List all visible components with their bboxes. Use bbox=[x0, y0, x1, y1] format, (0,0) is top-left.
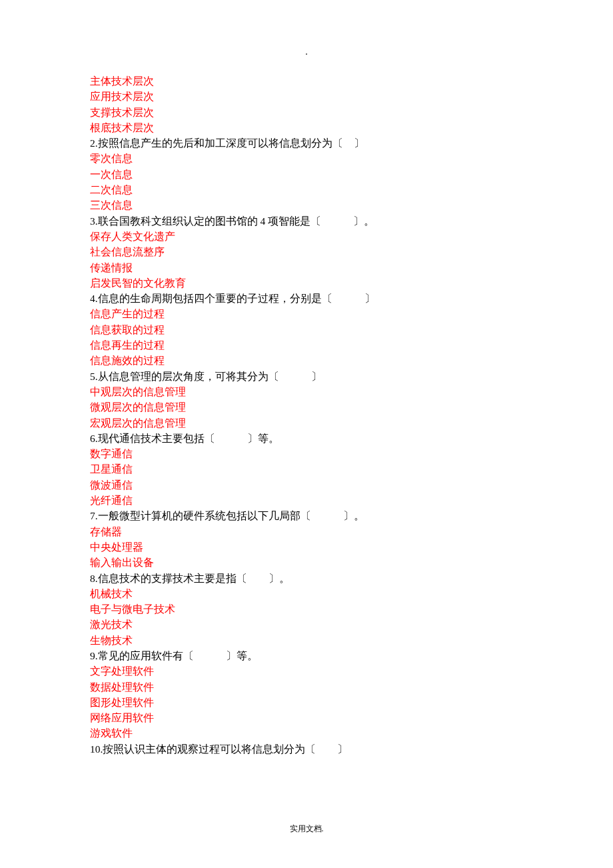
question-text: 4.信息的生命周期包括四个重要的子过程，分别是〔 〕 bbox=[90, 291, 523, 306]
answer-option: 生物技术 bbox=[90, 633, 523, 648]
question-text: 8.信息技术的支撑技术主要是指〔 〕。 bbox=[90, 571, 523, 586]
document-page: . 主体技术层次应用技术层次支撑技术层次根底技术层次2.按照信息产生的先后和加工… bbox=[0, 0, 613, 868]
answer-option: 微观层次的信息管理 bbox=[90, 399, 523, 415]
page-dot-marker: . bbox=[305, 47, 308, 57]
answer-option: 根底技术层次 bbox=[90, 120, 523, 135]
answer-option: 文字处理软件 bbox=[90, 663, 523, 679]
answer-option: 一次信息 bbox=[90, 167, 523, 182]
question-text: 7.一般微型计算机的硬件系统包括以下几局部〔 〕。 bbox=[90, 508, 523, 523]
answer-option: 数据处理软件 bbox=[90, 679, 523, 695]
question-text: 6.现代通信技术主要包括〔 〕等。 bbox=[90, 431, 523, 446]
question-text: 2.按照信息产生的先后和加工深度可以将信息划分为〔 〕 bbox=[90, 135, 523, 151]
answer-option: 光纤通信 bbox=[90, 493, 523, 508]
answer-option: 信息获取的过程 bbox=[90, 322, 523, 337]
answer-option: 信息产生的过程 bbox=[90, 306, 523, 321]
question-text: 3.联合国教科文组织认定的图书馆的 4 项智能是〔 〕。 bbox=[90, 213, 523, 229]
answer-option: 主体技术层次 bbox=[90, 73, 523, 89]
answer-option: 信息施效的过程 bbox=[90, 353, 523, 368]
answer-option: 三次信息 bbox=[90, 197, 523, 213]
document-content: 主体技术层次应用技术层次支撑技术层次根底技术层次2.按照信息产生的先后和加工深度… bbox=[90, 73, 523, 757]
answer-option: 存储器 bbox=[90, 524, 523, 539]
answer-option: 网络应用软件 bbox=[90, 710, 523, 725]
answer-option: 启发民智的文化教育 bbox=[90, 275, 523, 291]
answer-option: 电子与微电子技术 bbox=[90, 601, 523, 617]
answer-option: 机械技术 bbox=[90, 586, 523, 601]
answer-option: 激光技术 bbox=[90, 617, 523, 632]
answer-option: 零次信息 bbox=[90, 151, 523, 166]
question-text: 5.从信息管理的层次角度，可将其分为〔 〕 bbox=[90, 369, 523, 384]
answer-option: 信息再生的过程 bbox=[90, 337, 523, 353]
answer-option: 数字通信 bbox=[90, 446, 523, 461]
answer-option: 图形处理软件 bbox=[90, 695, 523, 710]
answer-option: 传递情报 bbox=[90, 260, 523, 275]
answer-option: 游戏软件 bbox=[90, 725, 523, 741]
question-text: 9.常见的应用软件有〔 〕等。 bbox=[90, 648, 523, 663]
answer-option: 二次信息 bbox=[90, 182, 523, 197]
answer-option: 社会信息流整序 bbox=[90, 244, 523, 259]
answer-option: 保存人类文化遗产 bbox=[90, 229, 523, 244]
answer-option: 输入输出设备 bbox=[90, 555, 523, 570]
page-footer: 实用文档. bbox=[0, 823, 613, 835]
answer-option: 中央处理器 bbox=[90, 539, 523, 555]
question-text: 10.按照认识主体的观察过程可以将信息划分为〔 〕 bbox=[90, 741, 523, 757]
answer-option: 应用技术层次 bbox=[90, 89, 523, 104]
answer-option: 中观层次的信息管理 bbox=[90, 384, 523, 399]
answer-option: 宏观层次的信息管理 bbox=[90, 415, 523, 431]
answer-option: 卫星通信 bbox=[90, 461, 523, 477]
answer-option: 支撑技术层次 bbox=[90, 105, 523, 120]
answer-option: 微波通信 bbox=[90, 477, 523, 493]
